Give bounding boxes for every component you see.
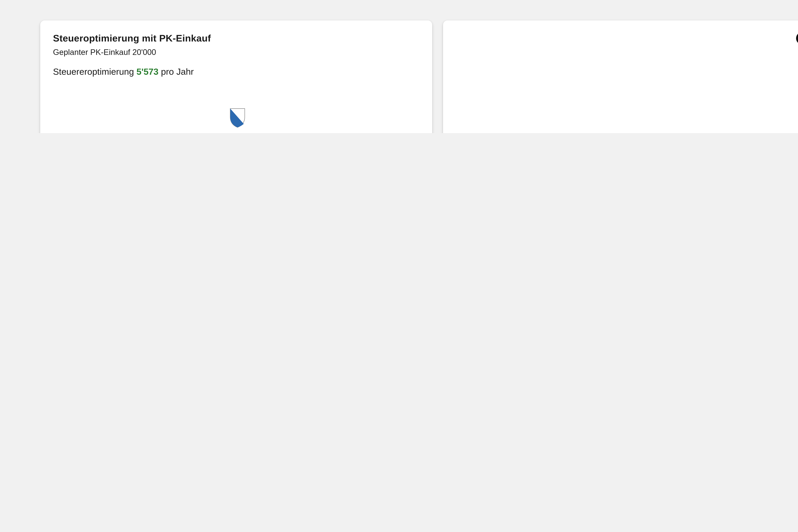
optimization-summary: Steuereroptimierung 5'573 pro Jahr — [53, 66, 194, 77]
page: Steueroptimierung mit PK-Einkauf Geplant… — [0, 0, 798, 133]
optimization-value: 5'573 — [136, 66, 158, 77]
municipality-badge: Winterthur — [215, 108, 260, 133]
page-title: Steueroptimierung mit PK-Einkauf — [53, 33, 211, 43]
municipality-label: Winterthur — [215, 132, 260, 133]
chart-card: Steueroptimierung mit PK-Einkauf Geplant… — [40, 20, 432, 133]
planned-purchase-subtitle: Geplanter PK-Einkauf 20'000 — [53, 48, 156, 57]
tax-table-card: i Steuern ohne PK-Einkauf Steuern mit PK… — [443, 20, 798, 133]
optimization-prefix: Steuereroptimierung — [53, 66, 134, 77]
info-icon[interactable]: i — [796, 32, 798, 45]
optimization-suffix: pro Jahr — [161, 66, 194, 77]
winterthur-shield-icon — [229, 119, 246, 130]
